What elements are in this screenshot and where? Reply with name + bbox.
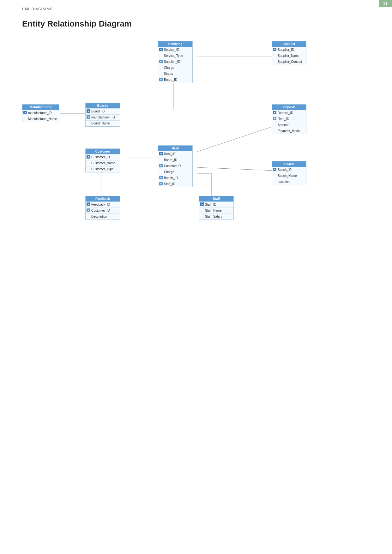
pk-icon: ■	[273, 111, 276, 114]
entity-customer: Customer■Customer_IDCustomer_NameCustome…	[85, 148, 120, 172]
field-text: Board_ID	[164, 158, 177, 162]
field-text: Beach_ID	[278, 168, 292, 172]
entity-staff: Staff■Staff_IDStaff_NameStaff_Salary	[199, 196, 234, 220]
entity-field-beach-location: Location	[272, 179, 306, 185]
entity-field-servicing-status: Status	[158, 71, 192, 77]
field-text: Status	[164, 72, 173, 75]
field-text: Staff_ID	[205, 203, 216, 206]
field-text: Board_ID	[91, 110, 105, 113]
entity-field-feedback-customer_id: ■Customer_ID	[86, 208, 120, 214]
entity-beach: Beach■Beach_IDBeach_NameLocation	[272, 161, 306, 185]
entity-rent: Rent■Rent_IDBoard_ID■CustomerIDCharge■Be…	[158, 145, 193, 187]
fk-icon: ■	[159, 78, 163, 81]
entity-field-boards-manufacturer_id: ■manufacturer_ID	[86, 114, 120, 120]
entity-boards: Boards■Board_ID■manufacturer_IDBoard_Nam…	[85, 103, 120, 127]
pk-icon: ■	[159, 48, 163, 51]
entity-field-beach-beach_id: ■Beach_ID	[272, 167, 306, 173]
field-text: Service_ID	[164, 48, 179, 51]
field-text: Supplier_ID	[278, 48, 294, 51]
pk-icon: ■	[273, 48, 276, 51]
entity-field-servicing-service_id: ■Service_ID	[158, 47, 192, 53]
entity-field-servicing-board_id: ■Board_ID	[158, 77, 192, 83]
field-text: Rent_ID	[278, 117, 289, 121]
erd-diagram: Servicing■Service_IDService_Type■Supplie…	[22, 41, 370, 237]
entity-field-customer-customer_type: Customer_Type	[86, 166, 120, 172]
entity-field-rent-charge: Charge	[158, 169, 192, 175]
fk-icon: ■	[159, 176, 163, 179]
entity-header-boards: Boards	[86, 103, 120, 108]
field-text: Supplier_Contact	[278, 60, 302, 63]
entity-header-rent: Rent	[158, 146, 192, 151]
field-text: Deposit_ID	[278, 111, 293, 115]
field-text: Supplier_ID	[164, 60, 180, 63]
entity-field-servicing-supplier_id: ■Supplier_ID	[158, 59, 192, 65]
field-text: Customer_Name	[91, 161, 115, 165]
field-text: Charge	[164, 170, 174, 174]
field-text: CustomerID	[164, 164, 181, 168]
pk-icon: ■	[87, 155, 90, 159]
entity-field-manufacturing-manufacturer_name: Manufacturer_Name	[22, 116, 59, 122]
field-text: Payment_Mode	[278, 129, 300, 133]
fk-icon: ■	[159, 164, 163, 167]
field-text: Feedback_ID	[91, 203, 110, 206]
entity-field-beach-beach_name: Beach_Name	[272, 173, 306, 179]
field-text: Amount	[278, 123, 288, 127]
svg-line-6	[197, 167, 273, 171]
entity-field-rent-beach_id: ■Beach_ID	[158, 175, 192, 181]
entity-field-supplier-supplier_id: ■Supplier_ID	[272, 47, 306, 53]
field-text: Staff_ID	[164, 182, 175, 186]
entity-header-staff: Staff	[199, 196, 233, 202]
field-text: Customer_ID	[91, 155, 110, 159]
field-text: Manufacturer_Name	[28, 117, 57, 121]
pk-icon: ■	[87, 202, 90, 206]
entity-field-rent-rent_id: ■Rent_ID	[158, 151, 192, 157]
entity-header-supplier: Supplier	[272, 41, 306, 47]
entity-field-supplier-supplier_contact: Supplier_Contact	[272, 59, 306, 65]
entity-deposit: Deposit■Deposit_ID■Rent_IDAmountPayment_…	[272, 104, 306, 134]
field-text: Location	[278, 180, 290, 184]
field-text: manufacturer_ID	[91, 116, 115, 119]
pk-icon: ■	[23, 111, 27, 114]
entity-manufacturing: Manufacturing■manufacturer_IDManufacture…	[22, 104, 59, 122]
entity-field-feedback-description: Description	[86, 214, 120, 220]
field-text: Description	[91, 215, 107, 218]
svg-line-5	[197, 126, 273, 152]
fk-icon: ■	[159, 60, 163, 63]
field-text: Beach_Name	[278, 174, 297, 178]
entity-field-boards-board_id: ■Board_ID	[86, 108, 120, 114]
field-text: Supplier_Name	[278, 54, 299, 57]
page-title: Entity Relationship Diagram	[22, 19, 132, 29]
entity-field-servicing-service_type: Service_Type	[158, 53, 192, 59]
field-text: Customer_Type	[91, 167, 114, 171]
fk-icon: ■	[273, 117, 276, 120]
fk-icon: ■	[159, 182, 163, 185]
entity-field-rent-customerid: ■CustomerID	[158, 163, 192, 169]
field-text: Beach_ID	[164, 176, 178, 180]
pk-icon: ■	[159, 152, 163, 155]
entity-feedback: Feedback■Feedback_ID■Customer_IDDescript…	[85, 196, 120, 220]
entity-header-servicing: Servicing	[158, 41, 192, 47]
entity-field-deposit-amount: Amount	[272, 122, 306, 128]
entity-servicing: Servicing■Service_IDService_Type■Supplie…	[158, 41, 193, 83]
entity-supplier: Supplier■Supplier_IDSupplier_NameSupplie…	[272, 41, 306, 65]
header-label: UML DIAGRAMS	[22, 7, 53, 11]
entity-field-customer-customer_id: ■Customer_ID	[86, 154, 120, 160]
field-text: Service_Type	[164, 54, 183, 57]
field-text: Customer_ID	[91, 209, 110, 212]
entity-field-servicing-charge: Charge	[158, 65, 192, 71]
page-number: 11	[379, 0, 392, 7]
pk-icon: ■	[87, 109, 90, 113]
entity-field-rent-board_id: Board_ID	[158, 157, 192, 163]
entity-header-customer: Customer	[86, 149, 120, 154]
entity-field-supplier-supplier_name: Supplier_Name	[272, 53, 306, 59]
field-text: Staff_Name	[205, 209, 222, 212]
entity-field-staff-staff_id: ■Staff_ID	[199, 202, 233, 208]
entity-field-deposit-payment_mode: Payment_Mode	[272, 128, 306, 134]
entity-header-beach: Beach	[272, 161, 306, 167]
entity-field-manufacturing-manufacturer_id: ■manufacturer_ID	[22, 110, 59, 116]
entity-header-feedback: Feedback	[86, 196, 120, 202]
field-text: Rent_ID	[164, 152, 176, 156]
entity-field-boards-board_name: Board_Name	[86, 120, 120, 126]
entity-field-customer-customer_name: Customer_Name	[86, 160, 120, 166]
field-text: Board_Name	[91, 122, 110, 125]
